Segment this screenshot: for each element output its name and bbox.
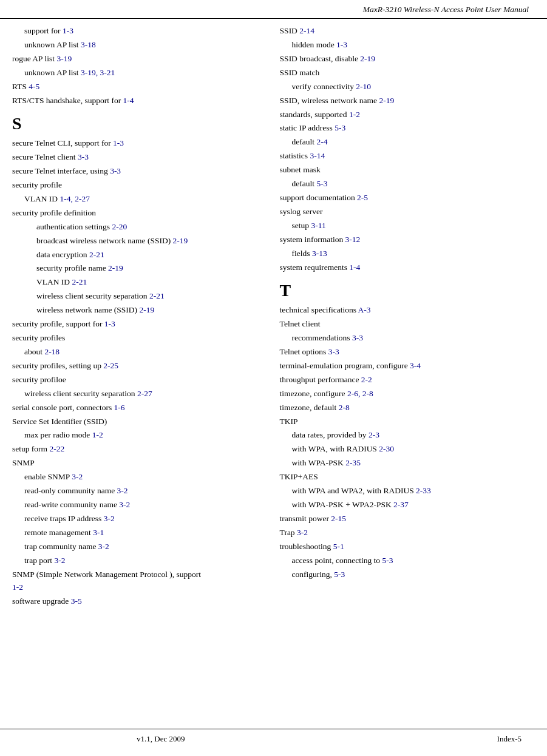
entry-link[interactable]: 5-3 [382,556,393,565]
entry-text: SSID, wireless network name [280,96,379,105]
entry-link[interactable]: 2-21 [72,277,87,286]
entry-link[interactable]: 1-2 [349,110,360,119]
entry-link[interactable]: 3-4 [410,361,421,370]
entry-link[interactable]: 2-22 [50,444,65,453]
entry-link[interactable]: 2-19 [173,236,188,245]
entry-link[interactable]: 1-4 [123,96,134,105]
entry-link[interactable]: 2-37 [393,500,409,509]
entry-link[interactable]: 2-21 [149,291,165,300]
entry-link[interactable]: 2-18 [44,347,59,356]
entry-link[interactable]: 3-3 [110,166,121,175]
entry-link[interactable]: 2-2 [361,375,372,384]
entry-label: subnet mask [280,165,321,174]
entry-link[interactable]: 3-14 [310,151,325,160]
entry-link[interactable]: 2-3 [369,430,379,439]
index-entry: system requirements 1-4 [280,262,535,274]
entry-label: Service Set Identifier (SSID) [12,417,107,426]
index-entry: data encryption 2-21 [12,249,262,262]
left-column: support for 1-3unknown AP list 3-18rogue… [12,25,274,609]
index-entry: with WPA and WPA2, with RADIUS 2-33 [280,485,535,498]
entry-label: security profiloe [12,375,66,384]
index-entry: support for 1-3 [12,25,262,38]
entry-link[interactable]: 1-3 [63,26,73,35]
entry-text: throughput performance [280,375,361,384]
entry-link[interactable]: 2-5 [357,193,368,202]
entry-link[interactable]: 1-3 [113,138,124,147]
entry-text: transmit power [280,514,331,523]
entry-link[interactable]: 2-19 [360,54,375,63]
entry-link[interactable]: 2-10 [356,82,371,91]
entry-link[interactable]: 1-4, 2-27 [60,194,90,203]
entry-link[interactable]: 3-2 [119,500,130,509]
entry-link[interactable]: 1-2 [92,430,103,439]
entry-text: support documentation [280,193,357,202]
entry-link[interactable]: 3-2 [104,514,115,523]
entry-link[interactable]: 5-3 [334,570,345,579]
index-entry: default 2-4 [280,136,535,149]
entry-link[interactable]: 2-19 [379,96,394,105]
entry-text: about [24,347,44,356]
entry-link[interactable]: 2-20 [112,222,127,231]
footer-page: Index-5 [497,734,522,743]
index-entry: wireless network name (SSID) 2-19 [12,304,262,317]
entry-link[interactable]: 3-11 [311,221,325,230]
entry-link[interactable]: 3-2 [297,528,308,537]
entry-text: static IP address [280,123,335,132]
entry-text: default [292,179,317,188]
entry-link[interactable]: 3-2 [117,486,128,495]
entry-text: wireless client security separation [24,389,137,398]
entry-text: data encryption [36,250,89,259]
index-entry: fields 3-13 [280,248,535,260]
entry-link[interactable]: 2-21 [89,250,104,259]
index-entry: static IP address 5-3 [280,122,535,135]
entry-link[interactable]: 5-3 [335,123,345,132]
page-header: MaxR-3210 Wireless-N Access Point User M… [0,0,547,19]
entry-text: max per radio mode [24,430,92,439]
entry-link[interactable]: 3-19, 3-21 [81,68,115,77]
index-entry: with WPA, with RADIUS 2-30 [280,443,535,456]
entry-link[interactable]: 3-1 [93,528,104,537]
entry-link[interactable]: 2-27 [137,389,152,398]
entry-link[interactable]: 5-3 [316,179,327,188]
index-entry: broadcast wireless network name (SSID) 2… [12,235,262,248]
entry-link[interactable]: 3-2 [98,542,109,551]
entry-link[interactable]: 4-5 [29,82,39,91]
entry-link[interactable]: 3-2 [55,556,66,565]
entry-link[interactable]: 3-3 [328,347,339,356]
entry-link[interactable]: 2-19 [108,263,123,272]
entry-link[interactable]: 2-8 [339,403,350,412]
index-entry: security profiles [12,332,262,345]
entry-link[interactable]: 3-12 [345,235,361,244]
entry-link[interactable]: 3-5 [71,596,82,606]
entry-link[interactable]: 3-18 [81,40,96,49]
entry-link[interactable]: 3-3 [78,152,89,161]
entry-link[interactable]: 2-35 [345,458,361,467]
entry-link[interactable]: 2-30 [379,444,394,453]
entry-link[interactable]: 2-14 [299,26,314,35]
entry-link[interactable]: 1-2 [12,582,23,592]
entry-text: with WPA, with RADIUS [292,444,379,453]
entry-link[interactable]: 3-3 [352,333,363,342]
entry-link[interactable]: 2-19 [139,305,154,314]
entry-link[interactable]: 3-13 [312,249,327,258]
entry-link[interactable]: 2-25 [103,361,118,370]
entry-link[interactable]: 2-15 [331,514,346,523]
entry-link[interactable]: 2-6, 2-8 [347,389,373,398]
entry-link[interactable]: 1-3 [104,319,115,328]
entry-link[interactable]: 3-2 [72,472,83,481]
index-entry: Telnet options 3-3 [280,346,535,359]
entry-link[interactable]: 2-33 [416,486,431,495]
entry-link[interactable]: A-3 [358,305,371,314]
index-entry: syslog server [280,206,535,218]
entry-link[interactable]: 1-3 [336,40,347,49]
entry-link[interactable]: 1-6 [114,403,125,412]
index-entry: statistics 3-14 [280,150,535,163]
entry-link[interactable]: 1-4 [349,263,360,272]
index-entry: standards, supported 1-2 [280,109,535,121]
index-entry: read-write community name 3-2 [12,499,262,511]
index-entry: Telnet client [280,318,535,331]
entry-link[interactable]: 5-1 [333,542,344,551]
entry-link[interactable]: 3-19 [56,54,72,63]
index-entry: SSID 2-14 [280,25,535,38]
entry-link[interactable]: 2-4 [316,137,327,146]
